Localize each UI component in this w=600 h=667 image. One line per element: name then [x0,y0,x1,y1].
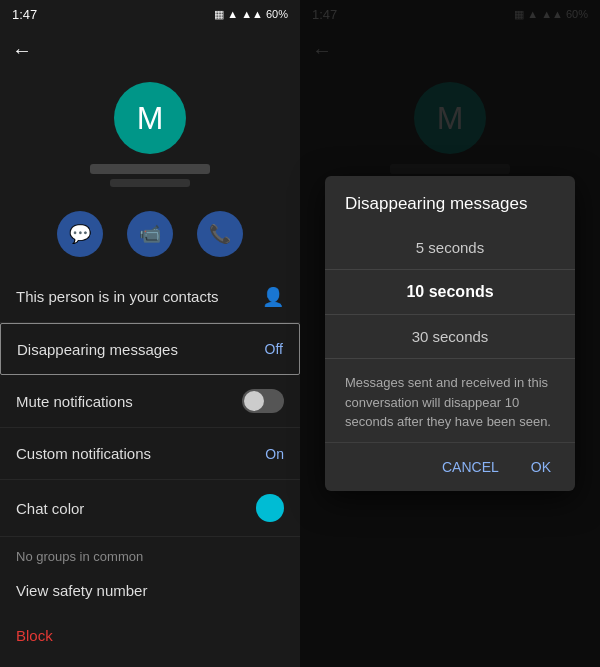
dialog-description: Messages sent and received in this conve… [325,359,575,443]
right-panel: 1:47 ▦ ▲ ▲▲ 60% ← M 💬 📹 📞 Disappearing m… [300,0,600,667]
groups-label: No groups in common [0,537,300,568]
ok-button[interactable]: OK [523,453,559,481]
top-nav-left: ← [0,28,300,72]
status-icons-left: ▦ ▲ ▲▲ 60% [214,8,288,21]
back-arrow-left[interactable]: ← [12,39,32,62]
cancel-button[interactable]: CANCEL [434,453,507,481]
mute-label: Mute notifications [16,393,133,410]
profile-sub-bar [110,179,190,187]
option-10s[interactable]: 10 seconds [325,270,575,315]
dialog-actions: CANCEL OK [325,443,575,491]
color-label: Chat color [16,500,84,517]
battery-left: 60% [266,8,288,20]
custom-item[interactable]: Custom notifications On [0,428,300,480]
sim-icon: ▦ [214,8,224,21]
contacts-icon: 👤 [262,286,284,308]
mute-toggle-knob [244,391,264,411]
wifi-icon: ▲ [227,8,238,20]
profile-name-bar [90,164,210,174]
option-5s[interactable]: 5 seconds [325,226,575,270]
disappearing-value: Off [265,341,283,357]
video-button[interactable]: 📹 [127,211,173,257]
disappearing-item[interactable]: Disappearing messages Off [0,323,300,375]
view-safety-link[interactable]: View safety number [0,568,300,613]
custom-label: Custom notifications [16,445,151,462]
time-left: 1:47 [12,7,37,22]
settings-list-left: This person is in your contacts 👤 Disapp… [0,271,300,667]
contacts-label: This person is in your contacts [16,288,219,305]
option-30s[interactable]: 30 seconds [325,315,575,359]
custom-value: On [265,446,284,462]
profile-section-left: M [0,72,300,201]
message-button[interactable]: 💬 [57,211,103,257]
status-bar-left: 1:47 ▦ ▲ ▲▲ 60% [0,0,300,28]
action-buttons-left: 💬 📹 📞 [0,201,300,271]
dialog-overlay: Disappearing messages 5 seconds 10 secon… [300,0,600,667]
mute-toggle[interactable] [242,389,284,413]
color-item[interactable]: Chat color [0,480,300,537]
avatar-left: M [114,82,186,154]
contacts-item[interactable]: This person is in your contacts 👤 [0,271,300,323]
block-link[interactable]: Block [0,613,300,658]
mute-item[interactable]: Mute notifications [0,375,300,428]
disappearing-dialog: Disappearing messages 5 seconds 10 secon… [325,176,575,491]
dialog-title: Disappearing messages [325,176,575,226]
call-button[interactable]: 📞 [197,211,243,257]
disappearing-label: Disappearing messages [17,341,178,358]
color-dot [256,494,284,522]
left-panel: 1:47 ▦ ▲ ▲▲ 60% ← M 💬 📹 📞 This person is… [0,0,300,667]
signal-icon: ▲▲ [241,8,263,20]
